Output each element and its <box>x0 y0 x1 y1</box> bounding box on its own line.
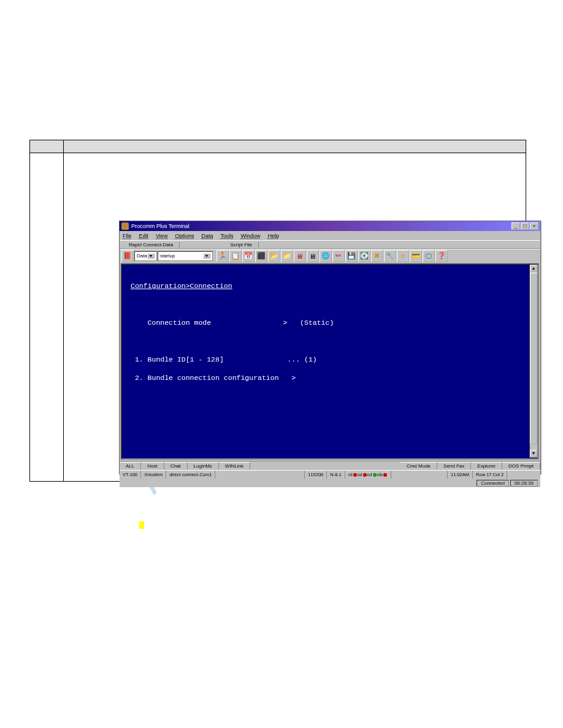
menu-file[interactable]: File <box>123 233 132 239</box>
calendar-icon[interactable]: 📅 <box>242 250 255 262</box>
connect-dropdown-value: Data <box>137 253 147 259</box>
menu-edit[interactable]: Edit <box>139 233 149 239</box>
terminal-content: Configuration>Connection Connection mode… <box>131 272 529 631</box>
menu-data[interactable]: Data <box>201 233 213 239</box>
document-frame: Procomm Plus Terminal _ □ × File Edit Vi… <box>29 140 526 482</box>
cross-icon[interactable]: ✖ <box>371 250 383 262</box>
floppy-icon[interactable]: 💾 <box>345 250 358 262</box>
menu-item-1-dots: ... <box>287 355 300 363</box>
menu-options[interactable]: Options <box>175 233 194 239</box>
clipboard-icon[interactable]: 📋 <box>229 250 242 262</box>
connect-dropdown[interactable]: Data ▼ <box>134 251 157 261</box>
scroll-up-button[interactable]: ▲ <box>530 265 537 272</box>
script-dropdown-value: startup <box>160 253 175 259</box>
vertical-scrollbar[interactable]: ▲ ▼ <box>529 264 538 458</box>
help-icon[interactable]: ❓ <box>435 250 448 262</box>
chevron-down-icon: ▼ <box>147 253 155 259</box>
terminal-help-line: ESC-prev.menu; !-main menu; &-exit <box>131 594 275 602</box>
terminal-viewport[interactable]: Configuration>Connection Connection mode… <box>121 264 539 460</box>
close-button[interactable]: × <box>530 222 538 230</box>
scroll-down-button[interactable]: ▼ <box>530 450 537 457</box>
menu-item-2: 2. Bundle connection configuration <box>131 374 279 382</box>
maximize-button[interactable]: □ <box>521 222 529 230</box>
menu-item-1-value: (1) <box>304 355 317 363</box>
menu-tools[interactable]: Tools <box>220 233 233 239</box>
header-cell-right <box>64 140 526 153</box>
equals-icon[interactable]: = <box>397 250 409 262</box>
terminal-prompt: > <box>135 521 139 529</box>
monitor-red-icon[interactable]: 🖥 <box>294 250 306 262</box>
app-window: Procomm Plus Terminal _ □ × File Edit Vi… <box>119 221 541 474</box>
screen-icon[interactable]: 🖵 <box>423 250 435 262</box>
menu-item-1: 1. Bundle ID[1 - 128] <box>131 355 224 363</box>
terminal-separator: - - - - - - - - - - - - - - - - - - - - … <box>131 612 529 621</box>
disk-icon[interactable]: 💽 <box>358 250 370 262</box>
book-icon[interactable]: 📕 <box>121 250 134 262</box>
body-cell-left <box>30 153 64 481</box>
script-dropdown[interactable]: startup ▼ <box>158 251 213 261</box>
menu-window[interactable]: Window <box>240 233 260 239</box>
connection-mode-label: Connection mode <box>131 319 211 327</box>
rapid-connect-label: Rapid Connect-Data <box>123 242 180 248</box>
terminal-select-msg: Please select item <1 to 2> <box>131 557 529 566</box>
stop-icon[interactable]: ⬛ <box>255 250 267 262</box>
app-icon <box>121 222 129 230</box>
folder-open-icon[interactable]: 📂 <box>268 250 280 262</box>
table-header-row <box>30 140 526 153</box>
body-cell-right: Procomm Plus Terminal _ □ × File Edit Vi… <box>64 153 526 481</box>
terminal-breadcrumb: Configuration>Connection <box>131 282 232 290</box>
terminal-cursor <box>139 521 144 529</box>
globe-icon[interactable]: 🌐 <box>320 250 332 262</box>
run-icon[interactable]: 🏃 <box>216 250 229 262</box>
title-bar[interactable]: Procomm Plus Terminal _ □ × <box>120 221 540 231</box>
connection-mode-value: (Static) <box>300 319 334 327</box>
chevron-down-icon: ▼ <box>203 253 210 259</box>
card-icon[interactable]: 💳 <box>410 250 422 262</box>
menu-view[interactable]: View <box>156 233 167 239</box>
sub-toolbar-labels: Rapid Connect-Data Script File <box>120 240 540 249</box>
menu-help[interactable]: Help <box>267 233 279 239</box>
minimize-button[interactable]: _ <box>511 222 520 230</box>
menu-item-2-arrow: > <box>291 374 296 382</box>
terminal-mngr: 1 Mngr/s <box>431 594 465 602</box>
menu-bar: File Edit View Options Data Tools Window… <box>120 231 540 240</box>
toolbar: 📕 Data ▼ startup ▼ 🏃 📋 📅 ⬛ 📂 📁 <box>120 249 540 262</box>
window-title: Procomm Plus Terminal <box>131 223 511 229</box>
scroll-thumb[interactable] <box>530 273 537 444</box>
script-file-label: Script File <box>224 242 259 248</box>
header-cell-left <box>30 140 64 153</box>
monitor-icon[interactable]: 🖥 <box>307 250 319 262</box>
edit-icon[interactable]: ✏ <box>332 250 345 262</box>
connection-mode-arrow: > <box>283 319 287 327</box>
folder-icon[interactable]: 📁 <box>281 250 293 262</box>
tool-icon[interactable]: 🔧 <box>384 250 396 262</box>
